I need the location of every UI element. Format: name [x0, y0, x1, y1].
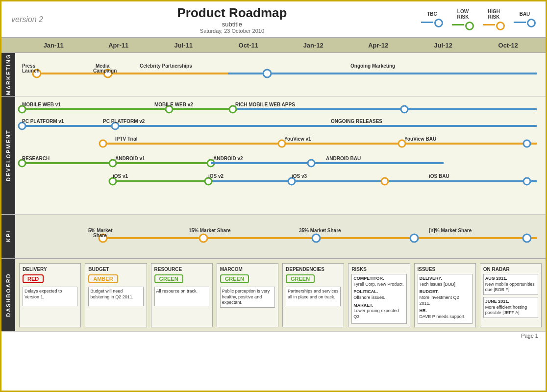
- legend-bau: BAU: [514, 11, 536, 27]
- issue-title-1: BUDGET.: [420, 289, 471, 295]
- svg-text:[n]% Market Share: [n]% Market Share: [429, 228, 472, 233]
- resource-note: All resource on track.: [154, 287, 209, 306]
- date-label: Saturday, 23 October 2010: [177, 28, 287, 34]
- svg-point-28: [99, 140, 106, 147]
- svg-text:YouView v1: YouView v1: [284, 136, 311, 142]
- svg-text:MOBILE WEB v1: MOBILE WEB v1: [22, 102, 61, 107]
- svg-text:Launch: Launch: [22, 68, 40, 74]
- svg-point-50: [205, 178, 212, 185]
- svg-point-14: [19, 106, 25, 113]
- svg-point-67: [523, 234, 531, 242]
- resource-title: RESOURCE: [154, 267, 209, 272]
- on-radar-title: ON RADAR: [483, 267, 538, 272]
- marketing-section: MARKETING Press Launch Media Campaign: [1, 53, 546, 97]
- month-jan12: Jan-12: [281, 42, 346, 49]
- issue-item-2: HR. DAVE P needs support.: [420, 308, 471, 319]
- svg-point-52: [288, 178, 295, 185]
- marcom-text: Public perception is very healthy, posit…: [222, 289, 270, 305]
- issue-title-2: HR.: [420, 308, 471, 314]
- dependencies-text: Partnerships and services all in place a…: [288, 289, 339, 299]
- timeline-bar: Jan-11 Apr-11 Jul-11 Oct-11 Jan-12 Apr-1…: [1, 38, 546, 53]
- radar-title-1: JUNE 2011.: [485, 299, 536, 305]
- dashboard-section: DASHBOARD DELIVERY RED Delays expected t…: [1, 258, 546, 331]
- risk-title-2: MARKET.: [353, 303, 404, 309]
- version-label: version 2: [11, 15, 43, 24]
- risk-text-2: Lower pricing expected Q3: [353, 308, 404, 319]
- svg-point-61: [199, 234, 207, 242]
- header: version 2 Product Roadmap subtitle Satur…: [1, 1, 546, 38]
- dashboard-label: DASHBOARD: [1, 259, 15, 331]
- issues-title: ISSUES: [418, 267, 472, 272]
- issue-item-0: DELIVERY. Tech issues [BOB]: [420, 276, 471, 287]
- subtitle: subtitle: [177, 21, 287, 28]
- delivery-card: DELIVERY RED Delays expected to Version …: [19, 263, 81, 327]
- development-section: DEVELOPMENT MOBILE WEB v1 MOBILE WEB v2 …: [1, 97, 546, 215]
- issues-note: DELIVERY. Tech issues [BOB] BUDGET. More…: [418, 274, 472, 324]
- dependencies-badge: GREEN: [286, 274, 315, 283]
- kpi-svg: 5% Market Share 15% Market Share 35% Mar…: [17, 219, 544, 252]
- legend-tbc: TBC: [421, 11, 443, 27]
- svg-text:iOS v3: iOS v3: [292, 173, 307, 179]
- delivery-note: Delays expected to Version 1.: [23, 287, 77, 306]
- svg-text:Share: Share: [93, 233, 107, 238]
- delivery-title: DELIVERY: [23, 267, 77, 272]
- svg-text:ANDROID BAU: ANDROID BAU: [326, 156, 361, 161]
- budget-badge: AMBER: [88, 274, 118, 283]
- svg-point-34: [523, 140, 530, 147]
- issues-card: ISSUES DELIVERY. Tech issues [BOB] BUDGE…: [414, 263, 476, 327]
- svg-text:RESEARCH: RESEARCH: [22, 156, 50, 161]
- delivery-badge: RED: [23, 274, 44, 283]
- main-title: Product Roadmap: [177, 5, 287, 21]
- month-apr12: Apr-12: [346, 42, 411, 49]
- svg-point-9: [263, 70, 271, 77]
- svg-text:iOS v1: iOS v1: [113, 173, 128, 179]
- svg-text:Campaign: Campaign: [93, 68, 117, 74]
- delivery-text: Delays expected to Version 1.: [25, 289, 62, 299]
- on-radar-note-1: JUNE 2011. More efficient hosting possib…: [483, 297, 538, 318]
- radar-title-0: AUG 2011.: [485, 276, 536, 282]
- svg-text:YouView BAU: YouView BAU: [404, 136, 436, 142]
- svg-point-54: [381, 178, 388, 185]
- month-jan11: Jan-11: [21, 42, 86, 49]
- month-jul12: Jul-12: [411, 42, 476, 49]
- svg-text:35% Market Share: 35% Market Share: [299, 228, 341, 233]
- month-oct11: Oct-11: [216, 42, 281, 49]
- risk-item-1: POLITICAL. Offshore issues.: [353, 289, 404, 300]
- legend-bau-label: BAU: [520, 11, 530, 17]
- timeline-months: Jan-11 Apr-11 Jul-11 Oct-11 Jan-12 Apr-1…: [6, 42, 541, 49]
- budget-note: Budget will need bolstering in Q2 2011.: [88, 287, 143, 306]
- svg-text:15% Market Share: 15% Market Share: [189, 228, 231, 233]
- marcom-title: MARCOM: [220, 267, 275, 272]
- budget-text: Budget will need bolstering in Q2 2011.: [90, 289, 133, 299]
- svg-text:RICH MOBILE WEB APPS: RICH MOBILE WEB APPS: [235, 102, 295, 107]
- marcom-badge: GREEN: [220, 274, 249, 283]
- kpi-section: KPI 5% Market Share 15% Market Share 35%…: [1, 215, 546, 258]
- svg-point-19: [401, 106, 408, 113]
- dependencies-title: DEPENDENCIES: [286, 267, 341, 272]
- resource-card: RESOURCE GREEN All resource on track.: [151, 263, 213, 327]
- budget-card: BUDGET AMBER Budget will need bolstering…: [85, 263, 147, 327]
- svg-text:ONGOING RELEASES: ONGOING RELEASES: [331, 119, 382, 124]
- page-footer: Page 1: [1, 331, 546, 340]
- month-apr11: Apr-11: [86, 42, 151, 49]
- svg-point-45: [308, 160, 315, 167]
- marcom-note: Public perception is very healthy, posit…: [220, 287, 275, 308]
- marcom-card: MARCOM GREEN Public perception is very h…: [217, 263, 278, 327]
- svg-point-48: [109, 178, 116, 185]
- svg-text:MOBILE WEB v2: MOBILE WEB v2: [154, 102, 193, 107]
- svg-text:PC PLATFORM v2: PC PLATFORM v2: [103, 119, 145, 124]
- month-oct12: Oct-12: [476, 42, 541, 49]
- svg-text:ANDROID v1: ANDROID v1: [115, 156, 145, 161]
- issue-text-1: More investment Q2 2011.: [420, 295, 471, 306]
- risks-title: RISKS: [351, 267, 406, 272]
- title-block: Product Roadmap subtitle Saturday, 23 Oc…: [177, 5, 287, 34]
- risk-title-0: COMPETITOR.: [353, 276, 404, 282]
- svg-text:ANDROID v2: ANDROID v2: [213, 156, 243, 161]
- issue-text-2: DAVE P needs support.: [420, 314, 471, 320]
- risk-item-2: MARKET. Lower pricing expected Q3: [353, 303, 404, 320]
- dependencies-card: DEPENDENCIES GREEN Partnerships and serv…: [282, 263, 344, 327]
- on-radar-card: ON RADAR AUG 2011. New mobile opportunit…: [480, 263, 542, 327]
- risk-text-0: Tyrell Corp, New Product.: [353, 282, 404, 288]
- risks-card: RISKS COMPETITOR. Tyrell Corp, New Produ…: [348, 263, 410, 327]
- page-number: Page 1: [521, 333, 538, 339]
